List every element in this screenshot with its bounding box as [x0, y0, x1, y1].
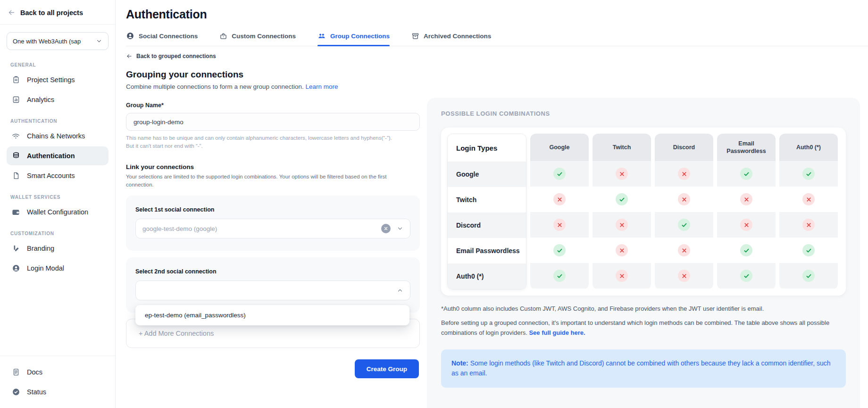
- sidebar-item-branding[interactable]: Branding: [7, 239, 108, 258]
- sidebar-item-status[interactable]: Status: [7, 382, 108, 401]
- check-icon: [802, 168, 815, 180]
- sidebar-item-smart-accounts[interactable]: Smart Accounts: [7, 166, 108, 185]
- learn-more-link[interactable]: Learn more: [305, 83, 338, 90]
- sidebar-item-login-modal[interactable]: Login Modal: [7, 259, 108, 278]
- tab-social-connections[interactable]: Social Connections: [126, 32, 198, 46]
- table-cell: [530, 212, 589, 238]
- section-label-general: GENERAL: [10, 62, 105, 68]
- table-column-email-passwordless: Email Passwordless: [717, 134, 776, 289]
- table-cell: [779, 263, 838, 289]
- panel-title: POSSIBLE LOGIN COMBINATIONS: [441, 110, 846, 117]
- sidebar-item-docs[interactable]: Docs: [7, 363, 108, 382]
- table-cell: [593, 187, 651, 212]
- check-icon: [553, 244, 566, 256]
- table-column-header: Twitch: [593, 134, 651, 161]
- cross-icon: [740, 193, 752, 205]
- chart-icon: [11, 95, 20, 104]
- select-2nd-connection-label: Select 2nd social connection: [135, 268, 410, 275]
- page-title: Authentication: [126, 8, 868, 21]
- group-name-input[interactable]: [126, 113, 420, 131]
- file-icon: [11, 171, 20, 180]
- group-form: Back to grouped connections Grouping you…: [126, 53, 420, 378]
- sidebar-item-label: Authentication: [27, 152, 75, 160]
- cross-icon: [616, 270, 628, 282]
- app-window: Back to all projects One with Web3Auth (…: [0, 0, 868, 408]
- cross-icon: [678, 244, 690, 256]
- first-connection-value: google-test-demo (google): [142, 225, 381, 232]
- table-corner-header: Login Types: [448, 134, 526, 162]
- group-name-label: Group Name*: [126, 102, 420, 109]
- doc-icon: [11, 368, 20, 376]
- sidebar-item-label: Analytics: [27, 96, 54, 103]
- second-connection-select[interactable]: [135, 280, 410, 300]
- cross-icon: [616, 244, 628, 256]
- sidebar-item-authentication[interactable]: Authentication: [7, 146, 108, 165]
- table-value-columns: GoogleTwitchDiscordEmail PasswordlessAut…: [530, 134, 838, 289]
- check-icon: [678, 219, 690, 231]
- note-text: Some login methods (like Twitch and Disc…: [451, 359, 831, 377]
- sidebar-item-wallet-configuration[interactable]: Wallet Configuration: [7, 203, 108, 221]
- back-to-projects-link[interactable]: Back to all projects: [0, 0, 115, 25]
- link-connections-heading: Link your connections: [126, 163, 420, 170]
- check-icon: [740, 270, 752, 282]
- create-group-button[interactable]: Create Group: [355, 359, 419, 378]
- cross-icon: [616, 219, 628, 231]
- table-cell: [779, 161, 838, 187]
- link-connections-description: Your selections are limited to the suppo…: [126, 173, 414, 189]
- table-cell: [779, 238, 838, 263]
- cross-icon: [553, 193, 566, 205]
- cross-icon: [678, 270, 690, 282]
- chevron-down-icon: [397, 225, 403, 232]
- group-name-helper: This name has to be unique and can only …: [126, 134, 420, 151]
- second-connection-card: Select 2nd social connection: [126, 257, 420, 313]
- tab-group-connections[interactable]: Group Connections: [317, 32, 390, 46]
- check-icon: [616, 193, 628, 205]
- form-description: Combine multiple connections to form a n…: [126, 83, 420, 90]
- people-icon: [317, 32, 326, 40]
- check-icon: [740, 244, 752, 256]
- table-cell: [717, 212, 776, 238]
- connection-dropdown: ep-test-demo (email_passwordless): [135, 305, 409, 325]
- full-guide-link[interactable]: See full guide here.: [529, 329, 585, 336]
- tab-archived-connections[interactable]: Archived Connections: [411, 32, 491, 46]
- sidebar-item-analytics[interactable]: Analytics: [7, 90, 108, 109]
- user-circle-icon: [126, 32, 134, 40]
- check-icon: [740, 168, 752, 180]
- table-column-header: Email Passwordless: [717, 134, 776, 161]
- clear-selection-icon[interactable]: [381, 224, 391, 233]
- table-row-label-discord: Discord: [448, 212, 526, 238]
- check-icon: [553, 168, 566, 180]
- table-row-label-google: Google: [448, 162, 526, 187]
- sidebar-item-chains-networks[interactable]: Chains & Networks: [7, 127, 108, 145]
- table-cell: [530, 161, 589, 187]
- combinations-table: Login TypesGoogleTwitchDiscordEmail Pass…: [447, 134, 840, 289]
- back-to-projects-label: Back to all projects: [20, 9, 83, 17]
- table-cell: [530, 238, 589, 263]
- wallet-icon: [11, 208, 20, 217]
- table-column-header: Discord: [655, 134, 713, 161]
- table-cell: [530, 263, 589, 289]
- table-cell: [593, 161, 651, 187]
- sidebar-nav: GENERALProject SettingsAnalyticsAUTHENTI…: [0, 53, 115, 279]
- clipboard-icon: [11, 76, 20, 84]
- cross-icon: [616, 168, 628, 180]
- chevron-up-icon: [397, 287, 403, 294]
- first-connection-select[interactable]: google-test-demo (google): [135, 219, 410, 238]
- tab-label: Social Connections: [139, 33, 198, 40]
- table-cell: [655, 238, 713, 263]
- cross-icon: [802, 193, 815, 205]
- table-cell: [655, 212, 713, 238]
- cross-icon: [740, 219, 752, 231]
- sidebar-item-label: Smart Accounts: [27, 172, 75, 179]
- tab-bar: Social ConnectionsCustom ConnectionsGrou…: [126, 32, 868, 46]
- dropdown-option[interactable]: ep-test-demo (email_passwordless): [135, 305, 409, 325]
- sidebar-item-label: Login Modal: [27, 264, 64, 272]
- chevron-down-icon: [96, 38, 102, 44]
- project-selector[interactable]: One with Web3Auth (sap: [7, 32, 108, 50]
- tab-custom-connections[interactable]: Custom Connections: [219, 32, 296, 46]
- table-row-label-auth0: Auth0 (*): [448, 264, 526, 289]
- guide-text: Before setting up a grouped connection, …: [441, 318, 842, 338]
- sidebar-item-project-settings[interactable]: Project Settings: [7, 70, 108, 89]
- back-to-grouped-connections-link[interactable]: Back to grouped connections: [126, 53, 420, 60]
- table-cell: [593, 238, 651, 263]
